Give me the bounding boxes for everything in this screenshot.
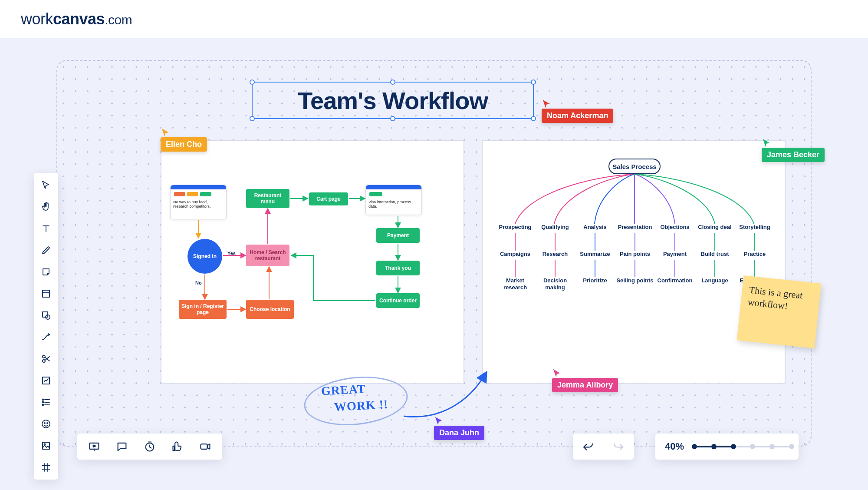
mindmap-branch[interactable]: Closing deal Build trust Language [695,224,734,287]
undo-button[interactable] [579,438,597,455]
undo-redo-bar [573,434,634,460]
node-signed-in[interactable]: Signed in [187,239,222,274]
comment-button[interactable] [115,439,129,454]
image-tool[interactable] [38,438,54,454]
card-text: No way to buy food, research competitors… [173,200,224,209]
svg-point-9 [42,420,50,428]
node-home-search[interactable]: Home / Search restaurant [246,245,289,266]
node-choose-location[interactable]: Choose location [246,300,294,319]
card2-text: Visa interaction, process data. [368,200,419,209]
cursor-label-james: James Becker [762,148,825,162]
sticky-card-research[interactable]: No way to buy food, research competitors… [170,185,227,219]
hand-tool[interactable] [38,199,54,215]
mindmap-branch[interactable]: Analysis Summarize Prioritize [575,224,615,287]
svg-point-6 [43,399,44,401]
svg-point-13 [44,444,46,445]
chart-tool[interactable] [38,373,54,388]
zoom-bar: 40% [655,434,799,460]
handwriting-line1: GREAT [321,383,366,397]
sticky-tool[interactable] [38,264,54,280]
svg-rect-12 [43,442,49,449]
brand-pre: work [21,10,53,28]
label-yes: Yes [227,251,236,256]
cursor-noam: Noam Ackerman [542,99,613,123]
node-payment[interactable]: Payment [376,228,420,243]
redo-button[interactable] [610,438,627,455]
svg-point-11 [47,423,48,424]
resize-handle-tm[interactable] [390,79,395,85]
pointer-tool[interactable] [38,177,54,193]
cursor-ellen: Ellen Cho [161,128,207,152]
reactions-button[interactable] [170,439,185,454]
scissors-tool[interactable] [38,351,54,367]
text-tool[interactable] [38,221,54,236]
zoom-slider[interactable] [692,446,789,447]
mindmap-branch[interactable]: Presentation Pain points Selling points [615,224,654,287]
brand-logo: workcanvas.com [21,10,132,28]
cursor-james: James Becker [762,138,825,162]
resize-handle-br[interactable] [531,116,536,121]
frame-mindmap[interactable]: Sales Process Prospecting Campaigns Mark… [482,140,786,384]
svg-point-8 [43,404,44,406]
resize-handle-tl[interactable] [250,79,255,85]
mindmap-branch[interactable]: Prospecting Campaigns Market research [496,224,535,293]
frame-flowchart[interactable]: No way to buy food, research competitors… [161,140,464,384]
node-cart-page[interactable]: Cart page [309,192,348,205]
cursor-label-noam: Noam Ackerman [542,109,613,123]
zoom-level: 40% [665,441,684,452]
resize-handle-bl[interactable] [250,116,255,121]
handwriting-line2: WORK !! [334,398,388,413]
record-button[interactable] [198,439,213,454]
mindmap-root[interactable]: Sales Process [608,159,661,174]
cursor-label-ellen: Ellen Cho [161,137,207,152]
frame-tool[interactable] [38,286,54,301]
node-continue-order[interactable]: Continue order [376,293,420,308]
node-sign-in-register[interactable]: Sign in / Register page [179,300,227,319]
grid-tool[interactable] [38,460,54,475]
resize-handle-tr[interactable] [531,79,536,85]
mindmap-branch[interactable]: Qualifying Research Decision making [536,224,575,293]
present-button[interactable] [87,439,102,454]
node-restaurant-menu[interactable]: Restaurant menu [246,189,289,208]
canvas-title[interactable]: Team's Workflow [298,86,488,115]
sticky-note-text: This is a great workflow! [747,285,803,311]
mindmap-branch[interactable]: Objections Payment Confirmation [655,224,694,287]
svg-rect-16 [201,444,207,449]
connector-tool[interactable] [38,329,54,345]
timer-button[interactable] [142,439,157,454]
svg-point-10 [44,423,45,424]
cursor-jemma: Jemma Allbory [552,368,618,392]
node-thank-you[interactable]: Thank you [376,261,420,275]
resize-handle-bm[interactable] [390,116,395,121]
stage: Team's Workflow No way to buy food, rese… [0,38,868,490]
pen-tool[interactable] [38,242,54,258]
checklist-tool[interactable] [38,394,54,410]
cursor-label-dana: Dana Juhn [434,426,484,440]
sticky-card-interaction[interactable]: Visa interaction, process data. [365,185,422,215]
brand-domain: .com [105,13,132,27]
cursor-label-jemma: Jemma Allbory [552,378,618,392]
label-no: No [195,280,202,285]
bottom-left-toolbar [77,434,222,460]
cursor-dana: Dana Juhn [434,416,484,440]
shape-tool[interactable] [38,308,54,323]
svg-rect-1 [43,312,48,317]
app-header: workcanvas.com [0,0,868,38]
sticky-note[interactable]: This is a great workflow! [737,275,822,348]
canvas-title-selected[interactable]: Team's Workflow [252,82,534,119]
emoji-tool[interactable] [38,416,54,432]
svg-point-7 [43,402,44,403]
svg-rect-0 [43,290,49,297]
left-toolbar [34,173,58,480]
brand-bold: canvas [53,10,105,28]
